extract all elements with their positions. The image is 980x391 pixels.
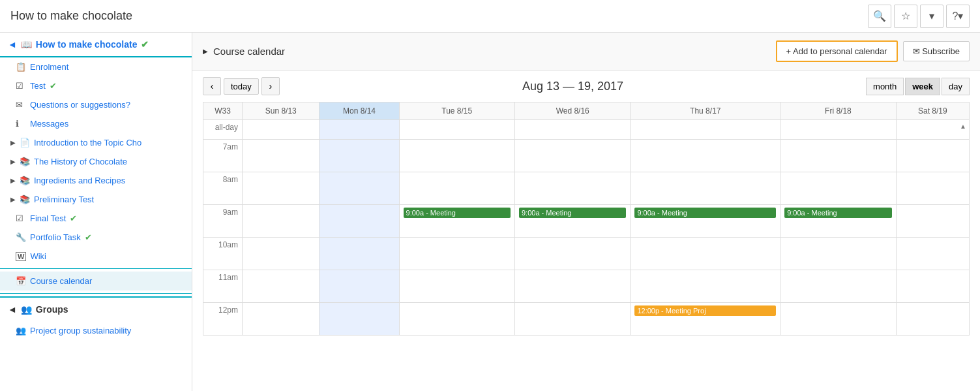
- prev-button[interactable]: ‹: [203, 77, 221, 95]
- 11am-thu: [631, 270, 780, 303]
- messages-icon: ℹ: [16, 119, 26, 129]
- event-meeting-fri[interactable]: 9:00a - Meeting: [784, 208, 891, 218]
- calendar-nav: ‹ today › Aug 13 — 19, 2017 month week d: [192, 70, 980, 102]
- 8am-tue: [399, 172, 514, 205]
- wiki-icon: W: [16, 252, 26, 261]
- calendar-header-bar: ▶ Course calendar + Add to personal cale…: [192, 33, 980, 70]
- 7am-wed: [514, 140, 630, 172]
- section-arrow-icon: ▶: [10, 177, 16, 184]
- 11am-wed: [514, 270, 630, 303]
- sidebar-item-label: Wiki: [30, 251, 46, 261]
- sidebar-item-test[interactable]: ☑ Test ✔: [0, 76, 192, 95]
- view-buttons: month week day: [866, 78, 970, 95]
- course-book-icon: 📖: [21, 39, 32, 50]
- sidebar-divider-2: [0, 293, 192, 294]
- nav-left: ‹ today ›: [203, 77, 280, 95]
- 10am-thu: [631, 238, 780, 270]
- sidebar-item-label: Test: [30, 81, 46, 91]
- sidebar-groups-header[interactable]: ◄ 👥 Groups: [0, 296, 192, 321]
- calendar-header-row: W33 Sun 8/13 Mon 8/14 Tue 8/15 Wed 8/16 …: [203, 102, 970, 120]
- star-button[interactable]: ☆: [894, 5, 917, 28]
- sidebar-item-label: Portfolio Task: [30, 232, 81, 242]
- 7am-sun: [243, 140, 319, 172]
- next-icon: ›: [269, 81, 272, 91]
- sidebar-item-label: Messages: [30, 119, 68, 129]
- 11am-mon: [319, 270, 399, 303]
- event-meeting-proj-thu[interactable]: 12:00p - Meeting Proj: [634, 305, 776, 316]
- questions-icon: ✉: [16, 100, 26, 110]
- sidebar-item-enrolment[interactable]: 📋 Enrolment: [0, 57, 192, 76]
- subscribe-button[interactable]: ✉ Subscribe: [903, 41, 970, 61]
- sidebar-item-history[interactable]: ▶ 📚 The History of Chocolate: [0, 152, 192, 171]
- event-meeting-tue[interactable]: 9:00a - Meeting: [404, 208, 511, 218]
- all-day-time: all-day: [203, 120, 243, 140]
- 10am-tue: [399, 238, 514, 270]
- finaltest-icon: ☑: [16, 213, 26, 223]
- day-label: day: [949, 82, 962, 91]
- collapse-arrow-icon: ◄: [8, 39, 17, 50]
- sidebar-item-finaltest[interactable]: ☑ Final Test ✔: [0, 209, 192, 228]
- 11am-tue: [399, 270, 514, 303]
- calendar-title-text: Course calendar: [213, 46, 285, 57]
- sidebar-divider-1: [0, 268, 192, 269]
- col-sat: Sat 8/19: [896, 102, 969, 120]
- calendar-table: W33 Sun 8/13 Mon 8/14 Tue 8/15 Wed 8/16 …: [203, 102, 970, 336]
- portfolio-icon: 🔧: [16, 232, 26, 242]
- sidebar-item-label: Final Test: [30, 213, 66, 223]
- 10am-sat: [896, 238, 969, 270]
- today-button[interactable]: today: [224, 78, 259, 95]
- 12pm-wed: [514, 303, 630, 336]
- sidebar-item-project-group[interactable]: 👥 Project group sustainability: [0, 321, 192, 340]
- sidebar-course-header[interactable]: ◄ 📖 How to make chocolate ✔: [0, 33, 192, 57]
- date-range: Aug 13 — 19, 2017: [522, 80, 623, 93]
- all-day-row: all-day ▲: [203, 120, 970, 140]
- 12pm-mon: [319, 303, 399, 336]
- next-button[interactable]: ›: [261, 77, 280, 95]
- sidebar-item-wiki[interactable]: W Wiki: [0, 247, 192, 266]
- 10am-fri: [780, 238, 896, 270]
- 9am-fri[interactable]: 9:00a - Meeting: [780, 205, 896, 238]
- calendar-arrow-icon: ▶: [203, 48, 208, 55]
- main-content: ▶ Course calendar + Add to personal cale…: [192, 33, 980, 391]
- 9am-wed[interactable]: 9:00a - Meeting: [514, 205, 630, 238]
- sidebar-item-questions[interactable]: ✉ Questions or suggestions?: [0, 95, 192, 114]
- time-9am: 9am: [203, 205, 243, 238]
- 7am-fri: [780, 140, 896, 172]
- dropdown-button[interactable]: ▾: [920, 5, 943, 28]
- sidebar-item-ingredients[interactable]: ▶ 📚 Ingredients and Recipes: [0, 171, 192, 190]
- section-arrow-icon: ▶: [10, 158, 16, 165]
- month-view-button[interactable]: month: [866, 78, 904, 95]
- groups-title-text: Groups: [36, 304, 68, 315]
- 12pm-thu[interactable]: 12:00p - Meeting Proj: [631, 303, 780, 336]
- week-view-button[interactable]: week: [905, 78, 940, 95]
- event-meeting-thu[interactable]: 9:00a - Meeting: [634, 208, 776, 218]
- top-bar: How to make chocolate 🔍 ☆ ▾ ?▾: [0, 0, 980, 33]
- sidebar-item-label: Course calendar: [30, 276, 92, 286]
- day-view-button[interactable]: day: [942, 78, 970, 95]
- col-tue: Tue 8/15: [399, 102, 514, 120]
- allday-mon: [319, 120, 399, 140]
- 9am-tue[interactable]: 9:00a - Meeting: [399, 205, 514, 238]
- 7am-thu: [631, 140, 780, 172]
- sidebar-item-intro[interactable]: ▶ 📄 Introduction to the Topic Cho: [0, 133, 192, 152]
- row-12pm: 12pm 12:00p - Meeting Proj: [203, 303, 970, 336]
- 8am-fri: [780, 172, 896, 205]
- search-button[interactable]: 🔍: [868, 5, 891, 28]
- week-label: week: [912, 82, 933, 91]
- time-12pm: 12pm: [203, 303, 243, 336]
- 9am-thu[interactable]: 9:00a - Meeting: [631, 205, 780, 238]
- sidebar-item-label: Ingredients and Recipes: [34, 176, 125, 185]
- add-to-personal-calendar-button[interactable]: + Add to personal calendar: [776, 40, 898, 62]
- history-icon: 📚: [20, 157, 30, 166]
- event-meeting-wed[interactable]: 9:00a - Meeting: [519, 208, 626, 218]
- col-fri: Fri 8/18: [780, 102, 896, 120]
- 8am-mon: [319, 172, 399, 205]
- sidebar-course-title-text: How to make chocolate: [36, 39, 138, 50]
- sidebar-item-preliminary[interactable]: ▶ 📚 Preliminary Test: [0, 190, 192, 209]
- app-title: How to make chocolate: [10, 9, 132, 23]
- help-button[interactable]: ?▾: [946, 5, 970, 28]
- sidebar-item-messages[interactable]: ℹ Messages: [0, 114, 192, 133]
- sidebar-item-portfolio[interactable]: 🔧 Portfolio Task ✔: [0, 228, 192, 247]
- 8am-sat: [896, 172, 969, 205]
- sidebar-item-course-calendar[interactable]: 📅 Course calendar: [0, 272, 192, 290]
